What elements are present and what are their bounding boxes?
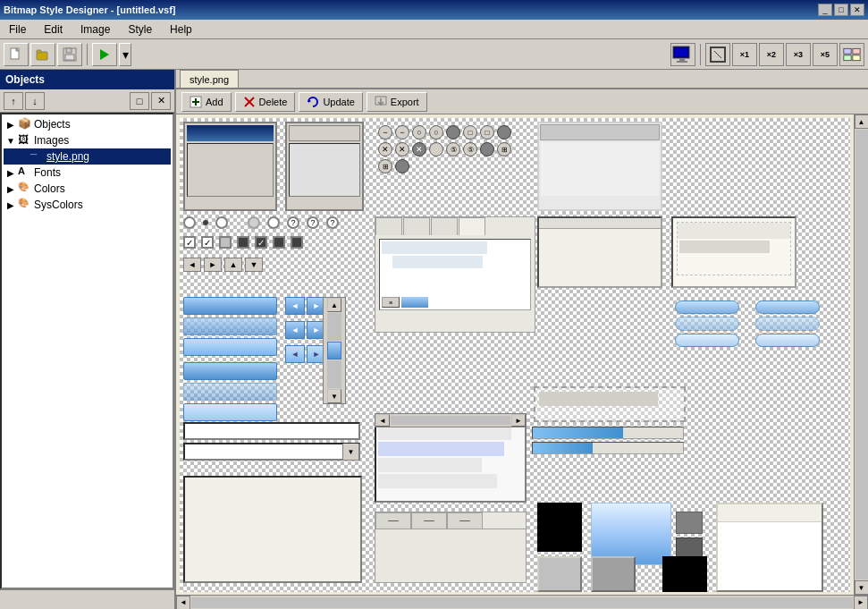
svg-rect-9 [679, 58, 685, 61]
maximize-button[interactable]: □ [834, 4, 848, 16]
tree-close-button[interactable]: ✕ [151, 92, 171, 110]
images-icon: 🖼 [18, 133, 32, 148]
white-panel-br [716, 503, 823, 592]
syscolors-label: SysColors [34, 199, 83, 211]
colors-icon: 🎨 [18, 182, 32, 196]
listbox [375, 422, 527, 503]
title-bar: Bitmap Style Designer - [untitled.vsf] _… [0, 0, 868, 20]
tree-view[interactable]: ▶ 📦 Objects ▼ 🖼 Images ─ style.png ▶ A F… [0, 113, 174, 589]
svg-rect-13 [844, 48, 851, 54]
add-label: Add [206, 97, 223, 107]
tab-bar: style.png [176, 70, 868, 89]
zoom-2x[interactable]: ×2 [759, 43, 784, 66]
tree-up-button[interactable]: ↑ [4, 92, 23, 110]
main-container: Objects ↑ ↓ □ ✕ ▶ 📦 Objects ▼ 🖼 Images [0, 70, 868, 609]
open-button[interactable] [30, 43, 55, 66]
scroll-down-arrow[interactable]: ▼ [855, 580, 869, 595]
scroll-left-arrow[interactable]: ◄ [176, 596, 190, 610]
tree-item-fonts[interactable]: ▶ A Fonts [4, 165, 171, 181]
update-button[interactable]: Update [299, 92, 362, 112]
tree-down-button[interactable]: ↓ [25, 92, 45, 110]
zoom-icons[interactable] [839, 43, 864, 66]
tree-item-colors[interactable]: ▶ 🎨 Colors [4, 181, 171, 197]
canvas-wrapper: − − ○ ○ □ □ ✕ ✕ ✕ ⑤ ⑤ [176, 114, 868, 595]
zoom-1x[interactable]: ×1 [732, 43, 757, 66]
style-canvas: − − ○ ○ □ □ ✕ ✕ ✕ ⑤ ⑤ [180, 118, 850, 592]
tabs-area: ── ── ── [375, 512, 527, 583]
colors-label: Colors [34, 182, 65, 195]
syscolors-icon: 🎨 [18, 198, 32, 212]
content-area: style.png Add Delete Update Export [176, 70, 868, 609]
tree-item-images[interactable]: ▼ 🖼 Images [4, 132, 171, 148]
run-dropdown[interactable]: ▾ [119, 43, 131, 66]
blue-buttons-group [183, 297, 277, 421]
gray-panel-bc1 [537, 556, 582, 592]
scroll-right-arrow[interactable]: ► [854, 596, 868, 610]
svg-rect-8 [675, 48, 687, 56]
main-scrollbar-h[interactable]: ◄ ► [176, 595, 868, 609]
panel-title: Objects [5, 73, 45, 86]
minimize-button[interactable]: _ [818, 4, 832, 16]
form-panel: ≡ [375, 216, 535, 333]
window-controls[interactable]: _ □ ✕ [818, 4, 864, 16]
inputs-group: ▼ [183, 422, 362, 476]
scrollbar-h: ◄ ► [375, 413, 527, 427]
tree-item-syscolors[interactable]: ▶ 🎨 SysColors [4, 197, 171, 213]
zoom-fit[interactable] [705, 43, 730, 66]
app-title: Bitmap Style Designer - [untitled.vsf] [4, 4, 176, 15]
fonts-label: Fonts [34, 166, 61, 179]
zoom-3x[interactable]: ×3 [786, 43, 811, 66]
expander-fonts[interactable]: ▶ [4, 168, 18, 178]
expander-syscolors[interactable]: ▶ [4, 200, 18, 210]
ui-window-1 [183, 122, 277, 211]
svg-marker-6 [100, 49, 109, 60]
circle-buttons-group: − − ○ ○ □ □ ✕ ✕ ✕ ⑤ ⑤ [375, 122, 518, 177]
tree-item-style-png[interactable]: ─ style.png [4, 148, 171, 165]
left-panel: Objects ↑ ↓ □ ✕ ▶ 📦 Objects ▼ 🖼 Images [0, 70, 176, 609]
menu-file[interactable]: File [4, 21, 31, 38]
new-button[interactable] [4, 43, 29, 66]
scroll-up-arrow[interactable]: ▲ [855, 114, 869, 129]
arrow-buttons-group: ◄ ► ◄ ► ◄ ► [285, 297, 326, 363]
dark-small-squares [676, 512, 703, 560]
objects-label: Objects [34, 118, 71, 131]
status-bar [0, 589, 174, 609]
export-button[interactable]: Export [367, 92, 427, 112]
style-png-label: style.png [46, 150, 89, 163]
add-button[interactable]: Add [181, 92, 232, 112]
svg-rect-16 [853, 55, 860, 60]
delete-button[interactable]: Delete [235, 92, 296, 112]
scrollbar-v: ▲ ▼ [323, 297, 346, 404]
panel-header: Objects [0, 70, 174, 89]
progress-group [532, 427, 684, 454]
menu-style[interactable]: Style [122, 21, 157, 38]
zoom-monitor[interactable] [670, 43, 695, 66]
bubble-buttons-2 [752, 297, 823, 351]
panel-toolbar: ↑ ↓ □ ✕ [0, 89, 174, 113]
images-label: Images [34, 134, 69, 147]
tree-expand-button[interactable]: □ [130, 92, 149, 110]
objects-icon: 📦 [18, 117, 32, 131]
export-label: Export [391, 97, 419, 107]
expander-images[interactable]: ▼ [4, 136, 18, 146]
menu-edit[interactable]: Edit [38, 21, 68, 38]
svg-rect-5 [65, 55, 74, 60]
canvas-area[interactable]: − − ○ ○ □ □ ✕ ✕ ✕ ⑤ ⑤ [176, 114, 854, 595]
ui-window-2 [285, 122, 364, 211]
expander-colors[interactable]: ▶ [4, 184, 18, 194]
main-scrollbar-v[interactable]: ▲ ▼ [854, 114, 868, 595]
tab-style-png[interactable]: style.png [180, 70, 239, 88]
run-button[interactable] [92, 43, 117, 66]
zoom-5x[interactable]: ×5 [813, 43, 838, 66]
save-button[interactable] [57, 43, 82, 66]
expander-objects[interactable]: ▶ [4, 120, 18, 130]
svg-rect-10 [677, 61, 687, 63]
checkboxes-group: ? ? ? ✓ ✓ ✓ [183, 216, 339, 272]
menu-image[interactable]: Image [75, 21, 115, 38]
tab-label: style.png [190, 74, 229, 85]
close-button[interactable]: ✕ [850, 4, 864, 16]
delete-label: Delete [259, 97, 288, 107]
menu-help[interactable]: Help [164, 21, 198, 38]
tree-item-objects[interactable]: ▶ 📦 Objects [4, 116, 171, 132]
zoom-toolbar: ×1 ×2 ×3 ×5 [670, 43, 864, 66]
